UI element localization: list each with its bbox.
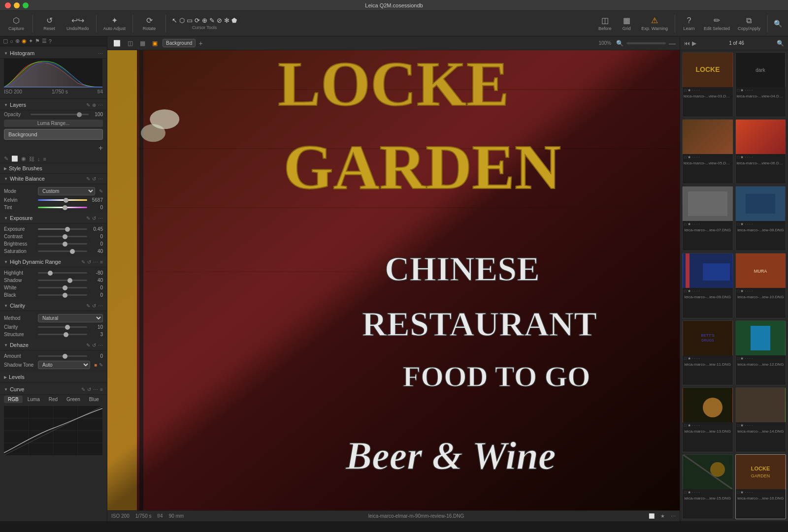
- curve-edit[interactable]: ✎: [81, 387, 85, 392]
- hdr-header[interactable]: ▼ High Dynamic Range ✎ ↺ ⋯ ≡: [0, 257, 107, 267]
- undo-redo-button[interactable]: ↩↪ Undo/Redo: [64, 14, 92, 33]
- single-view-btn[interactable]: ⬜: [111, 39, 123, 48]
- grid-view-btn[interactable]: ▦: [138, 39, 147, 48]
- thumb-check-13[interactable]: □: [684, 423, 687, 428]
- thumb-stars-12[interactable]: ★ · · · ·: [740, 356, 753, 361]
- tool-icon-6[interactable]: ⚑: [35, 38, 40, 44]
- exp-edit[interactable]: ✎: [86, 216, 90, 221]
- thumbnail-14[interactable]: □ ★ · · · · leica-marco-...iew-14.DNG: [735, 387, 787, 452]
- thumb-stars-10[interactable]: ★ · · · ·: [740, 289, 753, 293]
- histogram-header[interactable]: ▼ Histogram ⋯: [0, 48, 107, 59]
- mask-icon[interactable]: ⬜: [11, 156, 18, 162]
- thumb-stars-11[interactable]: ★ · · · ·: [688, 356, 700, 361]
- kelvin-thumb[interactable]: [64, 198, 68, 203]
- thumb-stars-06[interactable]: ★ · · · ·: [740, 155, 753, 159]
- thumbnail-07[interactable]: □ ★ · · · · leica-marco-...iew-07.DNG: [682, 186, 733, 251]
- thumbnail-04[interactable]: dark □ ★ · · · · leica-marco-...view-04.…: [735, 52, 787, 117]
- layers-add-icon[interactable]: ⊕: [92, 102, 96, 108]
- maximize-button[interactable]: [23, 2, 29, 8]
- thumbnail-10[interactable]: MURA □ ★ · · · · leica-marco-...iew-10.D…: [735, 253, 787, 318]
- cursor-tool-6[interactable]: ✎: [209, 17, 215, 24]
- cursor-tool-7[interactable]: ⊘: [217, 17, 222, 24]
- saturation-slider[interactable]: [38, 250, 87, 252]
- add-layer-button[interactable]: +: [98, 144, 103, 153]
- highlight-slider[interactable]: [38, 272, 87, 274]
- luma-range-button[interactable]: Luma Range...: [4, 120, 103, 127]
- hl-thumb[interactable]: [48, 271, 53, 276]
- thumbnail-03[interactable]: LOCKE □ ★ · · · · leica-marco-...view-03…: [682, 52, 733, 117]
- tab-green[interactable]: Green: [63, 396, 84, 403]
- thumb-check-09[interactable]: □: [684, 289, 687, 293]
- wb-menu[interactable]: ⋯: [98, 176, 103, 182]
- thumbnail-16[interactable]: LOCKE GARDEN □ ★ · · · · leica-marco-...…: [735, 454, 787, 519]
- thumb-stars-07[interactable]: ★ · · · ·: [688, 222, 700, 226]
- thumb-stars-03[interactable]: ★ · · · ·: [688, 88, 700, 93]
- window-controls[interactable]: [5, 2, 29, 8]
- tool-icon-5[interactable]: ✦: [29, 38, 33, 44]
- black-slider[interactable]: [38, 294, 87, 296]
- tool-icon-8[interactable]: ?: [49, 38, 52, 44]
- thumbnail-13[interactable]: □ ★ · · · · leica-marco-...iew-13.DNG: [682, 387, 733, 452]
- hdr-dots[interactable]: ⋯: [93, 259, 98, 265]
- shadow-tone-select[interactable]: Auto Manual: [38, 361, 90, 369]
- clarity-header[interactable]: ▼ Clarity ✎ ↺ ⋯: [0, 301, 107, 311]
- white-slider[interactable]: [38, 287, 87, 288]
- clarity-reset[interactable]: ↺: [92, 303, 96, 309]
- zoom-reset-icon[interactable]: —: [669, 39, 676, 47]
- cursor-tool-4[interactable]: ⟳: [195, 17, 200, 24]
- clarity-dots[interactable]: ⋯: [98, 303, 103, 309]
- clarity-edit[interactable]: ✎: [86, 303, 90, 309]
- opacity-slider[interactable]: [31, 114, 89, 115]
- tool-icon-7[interactable]: ☰: [42, 38, 47, 44]
- tool-icon-2[interactable]: ○: [10, 38, 13, 44]
- thumb-stars-09[interactable]: ★ · · · ·: [688, 289, 700, 293]
- clarity-slider[interactable]: [38, 326, 87, 328]
- thumb-check-12[interactable]: □: [737, 356, 740, 361]
- clarity-thumb[interactable]: [65, 325, 70, 330]
- filmstrip-play[interactable]: ▶: [692, 40, 696, 47]
- thumb-check-05[interactable]: □: [684, 155, 687, 159]
- thumbnail-09[interactable]: □ ★ · · · · leica-marco-...iew-09.DNG: [682, 253, 733, 318]
- wb-edit[interactable]: ✎: [86, 176, 90, 182]
- white-balance-header[interactable]: ▼ White Balance ✎ ↺ ⋯: [0, 174, 107, 184]
- curve-dots[interactable]: ⋯: [93, 387, 98, 392]
- shadow-slider[interactable]: [38, 280, 87, 281]
- tool-icon-4[interactable]: ◉: [22, 38, 27, 44]
- learn-button[interactable]: ? Learn: [679, 14, 699, 33]
- thumb-check-03[interactable]: □: [684, 88, 687, 93]
- tab-luma[interactable]: Luma: [24, 396, 44, 403]
- thumb-stars-08[interactable]: ★ · · · ·: [740, 222, 753, 226]
- minimize-button[interactable]: [14, 2, 20, 8]
- dehaze-header[interactable]: ▼ Dehaze ✎ ↺ ⋯: [0, 340, 107, 350]
- auto-adjust-button[interactable]: ✦ Auto Adjust: [100, 14, 129, 33]
- status-icon-2[interactable]: ★: [660, 513, 665, 519]
- black-thumb[interactable]: [63, 293, 67, 298]
- method-select[interactable]: Natural Soft Strong: [38, 314, 103, 322]
- hdr-edit[interactable]: ✎: [81, 259, 85, 265]
- wb-mode-select[interactable]: Custom Daylight Cloudy: [38, 187, 95, 195]
- brightness-slider[interactable]: [38, 243, 87, 245]
- exp-menu[interactable]: ⋯: [98, 216, 103, 221]
- hdr-menu[interactable]: ≡: [100, 259, 103, 265]
- curve-header[interactable]: ▼ Curve ✎ ↺ ⋯ ≡: [0, 384, 107, 395]
- dual-view-btn[interactable]: ◫: [126, 39, 135, 48]
- tint-thumb[interactable]: [63, 205, 67, 210]
- status-icon-1[interactable]: ⬜: [649, 513, 655, 519]
- zoom-bar[interactable]: [626, 42, 666, 44]
- shadow-tone-picker[interactable]: ✎: [99, 362, 103, 368]
- sat-thumb[interactable]: [70, 249, 75, 254]
- exp-reset[interactable]: ↺: [92, 216, 96, 221]
- white-thumb[interactable]: [63, 285, 67, 290]
- layers-header[interactable]: ▼ Layers ✎ ⊕ ⋯: [0, 100, 107, 110]
- opacity-thumb[interactable]: [77, 112, 82, 117]
- thumb-stars-16[interactable]: ★ · · · ·: [740, 490, 753, 495]
- tab-rgb[interactable]: RGB: [4, 396, 23, 403]
- thumb-stars-14[interactable]: ★ · · · ·: [740, 423, 753, 428]
- levels-header[interactable]: ▶ Levels: [0, 372, 107, 382]
- thumbnail-08[interactable]: □ ★ · · · · leica-marco-...iew-08.DNG: [735, 186, 787, 251]
- thumb-stars-04[interactable]: ★ · · · ·: [740, 88, 753, 93]
- style-brushes-header[interactable]: ▶ Style Brushes: [0, 163, 107, 174]
- cursor-tool-8[interactable]: ✻: [224, 17, 230, 24]
- dehaze-reset[interactable]: ↺: [92, 343, 96, 348]
- layers-menu2[interactable]: ≡: [43, 156, 46, 162]
